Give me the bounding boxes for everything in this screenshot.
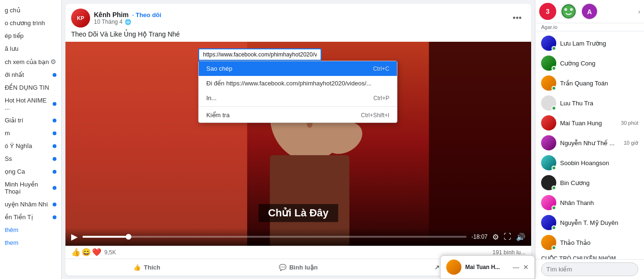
friend-item[interactable]: Luu Thu Tra: [535, 93, 644, 113]
sidebar-item-xem[interactable]: ch xem của bạn ⚙: [0, 55, 61, 68]
friend-item[interactable]: Nguyễn T. Mỹ Duyên: [535, 213, 644, 232]
like-icon: 👍: [133, 264, 141, 271]
friend-item[interactable]: Mai Tuan Hung 30 phút: [535, 113, 644, 133]
progress-bar[interactable]: [83, 236, 467, 238]
inspect-shortcut: Ctrl+Shift+I: [361, 112, 389, 119]
friend-name: Thảo Thảo: [560, 239, 638, 246]
sidebar-item-ss[interactable]: Ss: [0, 152, 61, 165]
fullscreen-button[interactable]: ⛶: [504, 232, 511, 241]
apps-nav-arrow[interactable]: ›: [638, 8, 640, 15]
context-menu-item-inspect[interactable]: Kiểm tra Ctrl+Shift+I: [199, 108, 397, 122]
agario-icon: [560, 3, 577, 20]
friend-item[interactable]: Nhân Thanh: [535, 193, 644, 213]
sidebar-item-m[interactable]: m: [0, 127, 61, 140]
top-apps-row: 3 A ›: [535, 0, 644, 23]
ss-dot: [53, 157, 56, 161]
reaction-emojis: 👍 😄 ❤️ 9,5K: [71, 248, 116, 257]
friend-item[interactable]: Trần Quang Toán: [535, 73, 644, 93]
sidebar-moinhat-label: ới nhất: [5, 71, 53, 78]
agario-label: Agar.io: [535, 23, 644, 31]
notif-close-button[interactable]: ✕: [523, 263, 529, 271]
sidebar-item-luu[interactable]: ã lưu: [0, 42, 61, 55]
friend-item[interactable]: Bin Cương: [535, 173, 644, 193]
sidebar-item-vongca[interactable]: ọng Ca: [0, 165, 61, 178]
comment-button[interactable]: 💬 Bình luận: [222, 260, 374, 275]
sidebar-item-dungtin[interactable]: ĐỀN DỤNG TIN: [0, 81, 61, 94]
notif-minimize-button[interactable]: —: [513, 263, 519, 271]
sidebar-item-nhamchi[interactable]: uyện Nhăm Nhí: [0, 198, 61, 211]
anime-dot: [53, 102, 56, 106]
sidebar-item-minhhuyenthoai[interactable]: Minh Huyền Thoại: [0, 178, 61, 198]
sidebar-m-label: m: [5, 130, 53, 137]
sidebar-giaitri-label: Giải trí: [5, 117, 53, 124]
friend-name: Luu Thu Tra: [560, 100, 638, 107]
sidebar-item-giaitri[interactable]: Giải trí: [0, 114, 61, 127]
context-menu-item-print[interactable]: In... Ctrl+P: [199, 91, 397, 105]
post-more-button[interactable]: •••: [509, 11, 525, 25]
sidebar-item-tiep[interactable]: ép tiếp: [0, 29, 61, 42]
post-follow-button[interactable]: · Theo dõi: [132, 11, 161, 19]
post-card: KP Kênh Phim · Theo dõi 10 Tháng 4 🌐 •••…: [65, 4, 531, 276]
post-channel-name[interactable]: Kênh Phim: [94, 11, 129, 19]
friend-name: Bin Cương: [560, 179, 638, 186]
globe-icon: 🌐: [125, 19, 131, 25]
post-time: 10 Tháng 4 🌐: [94, 19, 505, 25]
love-emoji: ❤️: [92, 248, 101, 257]
play-button[interactable]: ▶: [71, 232, 78, 242]
friend-item[interactable]: Lưu Lam Trường: [535, 33, 644, 53]
settings-icon[interactable]: ⚙: [50, 58, 56, 65]
volume-button[interactable]: 🔊: [516, 232, 525, 242]
right-sidebar: 3 A › Agar.io: [535, 0, 644, 279]
comment-count: 191 bình lu...: [493, 249, 525, 256]
context-menu-item-copy[interactable]: Sao chép Ctrl+C: [199, 61, 397, 76]
sidebar-anime-label: Hot Hot ANIME ...: [5, 97, 53, 111]
sidebar-item-anime[interactable]: Hot Hot ANIME ...: [0, 94, 61, 114]
sidebar-item-tientientij[interactable]: ền Tiền Tị: [0, 211, 61, 223]
sidebar-add-more[interactable]: thêm: [0, 223, 61, 236]
context-menu-item-goto[interactable]: Đi đến https://www.facebook.com/phimhayh…: [199, 76, 397, 91]
app-badge-count[interactable]: 3: [539, 3, 556, 20]
sidebar-item-ynghia[interactable]: ó Ý Nghĩa: [0, 140, 61, 152]
post-header: KP Kênh Phim · Theo dõi 10 Tháng 4 🌐 •••: [65, 4, 531, 30]
online-indicator: [552, 205, 556, 210]
progress-handle[interactable]: [126, 234, 131, 240]
context-menu: Sao chép Ctrl+C Đi đến https://www.faceb…: [198, 61, 397, 123]
messenger-search-input[interactable]: [541, 262, 638, 276]
progress-fill: [83, 236, 129, 238]
notif-avatar: [446, 260, 461, 275]
friend-item[interactable]: Thảo Thảo: [535, 232, 644, 252]
sidebar-ss-label: Ss: [5, 155, 53, 162]
online-indicator: [552, 225, 556, 230]
video-container[interactable]: Sao chép Ctrl+C Đi đến https://www.faceb…: [65, 42, 531, 246]
sidebar-luu-label: ã lưu: [5, 45, 56, 52]
post-meta: Kênh Phim · Theo dõi 10 Tháng 4 🌐: [94, 11, 505, 25]
friend-time: 10 giờ: [624, 140, 638, 146]
friend-name: Nguyễn T. Mỹ Duyên: [560, 219, 638, 226]
settings-button[interactable]: ⚙: [492, 232, 499, 242]
online-indicator: [552, 66, 556, 71]
sidebar-them-label[interactable]: them: [0, 236, 61, 249]
time-display: -18:07: [471, 233, 488, 240]
mht-dot: [53, 186, 56, 190]
friend-name: Lưu Lam Trường: [560, 40, 638, 47]
sidebar-item-home[interactable]: g chủ: [0, 4, 61, 17]
url-input[interactable]: [198, 48, 322, 61]
sidebar-item-chuongtrinh[interactable]: o chương trình: [0, 17, 61, 29]
ttj-dot: [53, 215, 56, 219]
app-badge-agario[interactable]: [560, 3, 577, 20]
friend-item[interactable]: Nguyễn Như Thế ... 10 giờ: [535, 133, 644, 153]
new-dot: [53, 73, 56, 77]
vongca-dot: [53, 170, 56, 174]
sidebar-tiep-label: ép tiếp: [5, 32, 56, 39]
sidebar-item-moinhat[interactable]: ới nhất: [0, 68, 61, 81]
like-button[interactable]: 👍 Thích: [71, 260, 222, 275]
online-indicator: [552, 46, 556, 51]
friend-item[interactable]: Soobin Hoangson: [535, 153, 644, 173]
friend-item[interactable]: Cường Cong: [535, 53, 644, 73]
friend-avatar: [541, 95, 556, 111]
friend-name: Mai Tuan Hung: [560, 120, 617, 127]
app-badge-extra[interactable]: A: [581, 3, 598, 20]
comment-icon: 💬: [279, 264, 286, 271]
svg-point-12: [564, 8, 567, 11]
extra-app-icon: A: [581, 3, 598, 20]
